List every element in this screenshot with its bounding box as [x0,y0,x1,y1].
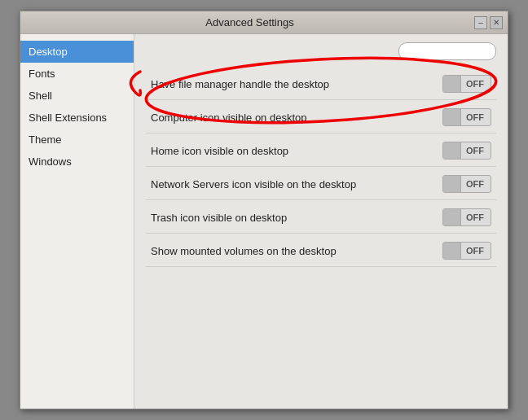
toggle-label-5: OFF [461,246,489,256]
setting-label-0: Have file manager handle the desktop [151,78,442,90]
toggle-label-0: OFF [461,79,489,89]
toggle-button-4[interactable]: OFF [442,208,491,226]
setting-row-2: Home icon visible on desktop OFF [146,135,496,167]
sidebar-item-windows[interactable]: Windows [20,151,134,173]
sidebar-item-fonts[interactable]: Fonts [20,63,134,85]
content-area: Desktop Fonts Shell Shell Extensions The… [20,34,508,409]
toggle-track-0 [443,76,461,92]
setting-row-3: Network Servers icon visible on the desk… [146,168,496,200]
setting-label-4: Trash icon visible on desktop [151,212,442,224]
toggle-button-2[interactable]: OFF [442,142,491,160]
main-panel: Have file manager handle the desktop OFF… [134,34,508,409]
advanced-settings-window: Advanced Settings – ✕ Desktop Fonts Shel… [20,11,508,409]
toggle-label-1: OFF [461,112,489,122]
setting-row-5: Show mounted volumes on the desktop OFF [146,235,496,267]
setting-label-3: Network Servers icon visible on the desk… [151,178,442,190]
toggle-label-3: OFF [461,179,489,189]
search-bar [146,42,496,60]
setting-label-2: Home icon visible on desktop [151,145,442,157]
toggle-button-1[interactable]: OFF [442,108,491,126]
toggle-track-4 [443,209,461,225]
toggle-track-1 [443,109,461,125]
setting-row-0: Have file manager handle the desktop OFF [146,68,496,100]
window-title: Advanced Settings [25,16,474,28]
setting-label-1: Computer icon visible on desktop [151,112,442,124]
search-input[interactable] [398,42,496,60]
toggle-button-0[interactable]: OFF [442,75,491,93]
toggle-label-4: OFF [461,212,489,222]
toggle-track-2 [443,142,461,159]
titlebar-buttons: – ✕ [474,16,503,29]
toggle-label-2: OFF [461,146,489,155]
toggle-track-5 [443,243,461,259]
setting-row-1: Computer icon visible on desktop OFF [146,102,496,133]
toggle-button-5[interactable]: OFF [442,242,491,260]
minimize-button[interactable]: – [474,16,487,29]
close-button[interactable]: ✕ [490,16,503,29]
setting-row-4: Trash icon visible on desktop OFF [146,202,496,234]
toggle-track-3 [443,176,461,192]
sidebar-item-theme[interactable]: Theme [20,129,134,151]
toggle-button-3[interactable]: OFF [442,175,491,193]
sidebar-item-shell-extensions[interactable]: Shell Extensions [20,107,134,129]
sidebar-item-shell[interactable]: Shell [20,85,134,107]
sidebar-item-desktop[interactable]: Desktop [20,41,134,63]
titlebar: Advanced Settings – ✕ [20,11,508,34]
setting-label-5: Show mounted volumes on the desktop [151,245,442,257]
sidebar: Desktop Fonts Shell Shell Extensions The… [20,34,134,409]
